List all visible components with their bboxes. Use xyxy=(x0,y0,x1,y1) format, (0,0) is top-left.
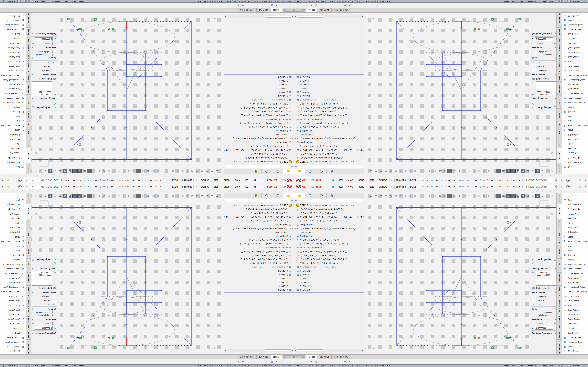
sketch-tool-item[interactable]: ∴ Circular Sketch Pattern xyxy=(0,73,26,78)
sketch-tool-item[interactable]: ◝ 3 Point Arc xyxy=(0,216,26,221)
tree-item[interactable]: ▦ (-) Sketch2 xyxy=(224,91,294,94)
display-toolbar-icon[interactable]: ▭ xyxy=(343,359,347,364)
add-relations-header[interactable]: Add Relations ∧ xyxy=(530,290,557,294)
menu-item[interactable]: Tools xyxy=(212,178,222,182)
command-tab[interactable]: Sketch xyxy=(26,204,32,219)
menu-item[interactable]: View xyxy=(346,185,356,189)
option-row[interactable]: Infinite length xyxy=(32,51,53,53)
sketch-tool-item[interactable]: ╮ Sketch Fillet xyxy=(0,331,26,335)
sketch-tool-item[interactable]: ↻ Rotate Entities xyxy=(562,59,588,64)
relation-item[interactable]: Collinear108 xyxy=(33,93,52,96)
expand-arrow-icon[interactable]: ▶ xyxy=(292,100,294,101)
pin-icon[interactable]: ✧ xyxy=(196,185,198,188)
expand-arrow-icon[interactable]: ▶ xyxy=(292,266,294,268)
child-window-control[interactable]: ▭ xyxy=(50,190,51,192)
tree-horizontal-scrollbar[interactable]: ◀ ▶ xyxy=(294,349,364,352)
collapse-icon[interactable]: ∧ xyxy=(32,291,33,293)
length-field[interactable]: 10.88152731 xyxy=(35,42,53,45)
expand-arrow-icon[interactable]: ▶ xyxy=(294,212,296,214)
options-header[interactable]: Options ∧ xyxy=(530,57,557,60)
relation-button[interactable]: ⚓ Fix xyxy=(532,61,556,65)
tree-item[interactable]: ∟ (-) Sketch5 xyxy=(294,83,364,87)
restore-button[interactable]: ⊡ xyxy=(579,185,581,188)
sketch-tool-item[interactable]: ∷ Segment xyxy=(562,110,588,114)
sketch-tool-item[interactable]: ∷ Linear Sketch Pattern xyxy=(562,285,588,289)
sketch-tool-item[interactable]: ⌐ Stretch Entities xyxy=(562,50,588,55)
sketch-tool-item[interactable]: ⊞ Copy Entities xyxy=(0,294,26,299)
rollback-bar[interactable] xyxy=(224,292,294,293)
child-window-control[interactable]: ⊡ xyxy=(550,190,551,192)
sketch-tool-item[interactable]: ∿ Spline xyxy=(0,128,26,133)
scroll-left-icon[interactable]: ◀ xyxy=(291,16,294,18)
sketch-tool-item[interactable]: ∿ Style Spline xyxy=(0,133,26,137)
sketch-tool-item[interactable]: ◌ Perimeter Circle xyxy=(0,202,26,207)
command-tab[interactable]: MBD Dimensions xyxy=(26,11,32,27)
user-account-icon[interactable]: ☉ xyxy=(25,179,28,182)
menu-item[interactable]: Edit xyxy=(337,178,346,182)
tree-item[interactable]: ▤ ◯ ƧS✚϶ƐƧS◯ ИΝ◎∘✚ ⊃⊂϶Ɛ∩϶ƐƧS◯ ∘◯ ƧSƐ϶∩Ɛ϶… xyxy=(294,215,364,219)
tree-item[interactable]: Σ ◯ ƧSИΝ◎∘✚ А∩mƐ϶◯ ∘◯ Ɛ϶m∩А ✚∘◎ΝИSƧ ◯ xyxy=(224,242,294,246)
sketch-tool-item[interactable]: ≋ Intersection Curve xyxy=(562,23,588,27)
display-toolbar-icon[interactable]: ◌ xyxy=(300,359,304,364)
graphics-area[interactable]: ▤◻◻◻◻◻◻◼◼◼↓▭◧◨▦▨↪@⊥◠◠╳∪✎✐⌐↪3D∿◦▙⇅▦◐◆●●◻ xyxy=(364,193,556,355)
tab-nav-button[interactable]: |◀ xyxy=(294,8,297,12)
displaymanager-tab[interactable] xyxy=(327,169,337,174)
tab-nav-button[interactable]: ▶ xyxy=(300,8,303,12)
display-toolbar-icon[interactable]: ◌ xyxy=(284,359,288,364)
tree-filter-input[interactable] xyxy=(225,199,290,202)
tree-item[interactable]: ◖ Surface Bodies xyxy=(294,230,364,234)
child-window-control[interactable]: ▭ xyxy=(537,175,538,177)
checkbox[interactable] xyxy=(535,314,537,316)
child-window-control[interactable]: — xyxy=(41,190,43,192)
tree-item[interactable]: ∟ Sketch3 xyxy=(224,276,294,280)
parameters-header[interactable]: Parameters ∧ xyxy=(530,46,557,50)
tree-horizontal-scrollbar[interactable]: ◀ ▶ xyxy=(224,349,294,352)
sketch-tool-item[interactable]: ◌ Perimeter Circle xyxy=(562,202,588,207)
menu-item[interactable]: Edit xyxy=(242,178,251,182)
quick-access-toolbar-icons[interactable]: ⊙ ϶Ɛ ⊙ Ш ⊙ ⊙ ⊙ ✚ ⊙ ⊃⊂ ⊙ ϶Ɛ ⊙ ✚ ⊙ ƧS ⊙ ⊥ … xyxy=(64,186,170,188)
tab-nav-button[interactable]: |◀ xyxy=(291,355,294,359)
sketch-tool-item[interactable]: ⌊ Fit Spline xyxy=(562,36,588,41)
scroll-track[interactable] xyxy=(297,16,361,18)
scroll-track[interactable] xyxy=(297,349,361,351)
tab-nav-button[interactable]: ▶ xyxy=(285,8,288,12)
sketch-tool-item[interactable]: ∿ Style Spline xyxy=(562,230,588,234)
angle-spinner[interactable]: ▴▾ xyxy=(553,37,556,41)
tab-nav-button[interactable]: ▶| xyxy=(303,8,305,12)
command-tab[interactable]: Markup xyxy=(556,330,562,340)
display-toolbar-icon[interactable]: ◔ xyxy=(333,359,337,364)
sketch-tool-item[interactable]: ╮ Sketch Fillet xyxy=(562,32,588,36)
child-window-control[interactable]: × xyxy=(33,175,34,177)
collapse-icon[interactable]: ∧ xyxy=(555,308,556,310)
scroll-left-icon[interactable]: ◀ xyxy=(294,16,297,18)
collapse-icon[interactable]: ∧ xyxy=(32,308,33,310)
sketch-tool-item[interactable]: ◯ Circle xyxy=(562,198,588,202)
display-toolbar-icon[interactable]: ▦ xyxy=(314,359,319,364)
menu-item[interactable]: File xyxy=(251,178,260,182)
display-toolbar-icon[interactable]: ◌ xyxy=(300,3,304,8)
option-row[interactable]: Infinite length xyxy=(32,314,53,316)
relation-button[interactable]: ⚓ Fix xyxy=(532,302,556,306)
expand-arrow-icon[interactable]: ▶ xyxy=(292,228,294,229)
tree-item[interactable]: ◔ ◯ ƧS♟◎ƧSИ϶ƐƧS◯ ∘◯ ƧSƐ϶ИS◎♟S ◯ xyxy=(224,219,294,223)
command-tab[interactable]: Sheet Metal xyxy=(26,95,32,108)
close-button[interactable]: × xyxy=(2,179,3,182)
tree-item[interactable]: ▶ A ◯ ƧSИΝ◎∘✚ А ✚◎ИΝА◯ ∘◯ АΝИ◎✚ А ✚∘◎ΝИS… xyxy=(224,137,294,141)
sketch-tool-item[interactable]: ◫ Mirror Entities xyxy=(0,280,26,285)
command-tab[interactable]: MBD Dimensions xyxy=(556,340,562,356)
dimxpert-tab[interactable] xyxy=(261,169,272,174)
tree-item[interactable]: ▶ ◔ ◯ Λ♟◎✚ƧS∘Ƨ ◯∘◯ Ƨ∘SƧ✚◎♟Λ ◯ xyxy=(224,152,294,156)
sketch-tool-item[interactable]: ⌊ Fit Spline xyxy=(0,36,26,41)
command-tab[interactable]: Features xyxy=(556,193,562,204)
command-tab[interactable]: Evaluate xyxy=(556,246,562,259)
command-tab[interactable]: Surfaces xyxy=(26,219,32,230)
display-toolbar-icon[interactable]: ◔ xyxy=(333,3,337,8)
search-box[interactable]: ◆ Search CAD Models ▾ xyxy=(31,178,63,183)
tree-item[interactable]: ▱ ◯ ∙◎✚◯ ✳◉∥◯ ∘◯ ∥◉✳ ◯✚◎∙ ◯ xyxy=(294,253,364,257)
scroll-thumb[interactable] xyxy=(297,16,323,18)
tree-item[interactable]: ▱ ◯ ∙◎✚◯ ✳◉∥◯ ∘◯ ∥◉✳ ◯✚◎∙ ◯ xyxy=(224,110,294,114)
tree-item[interactable]: ▶ ⊠ ◯ ƧSƐ϶ИΝΛ∩+◯ ∘◯ +∩ΛΝИ϶ƐSƧ ◯ xyxy=(224,265,294,269)
sketch-tool-item[interactable]: ◇ 3 Point Center Recta... xyxy=(0,100,26,105)
command-tab[interactable]: Surfaces xyxy=(26,137,32,148)
tree-item[interactable]: ★ ◯ƧS϶Ɛ✚∘♟◎ΛА ΦΟ∘Ο ΦАΛ◎♟∘✚Ɛ϶SƧ◯ xyxy=(294,156,364,160)
